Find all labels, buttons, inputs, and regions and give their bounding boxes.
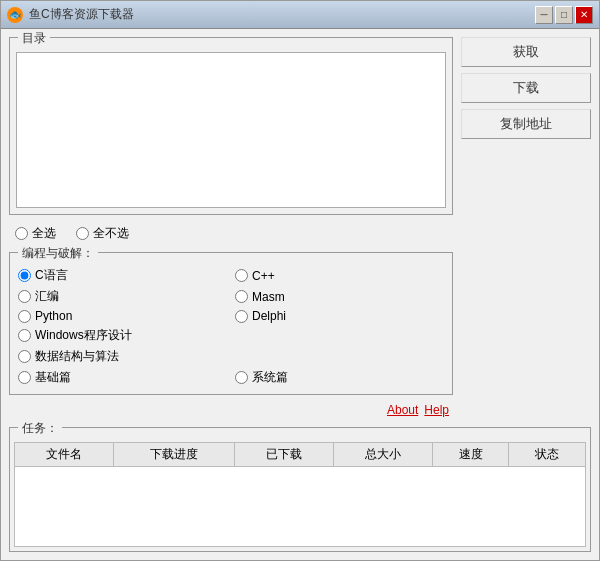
data-structure-label: 数据结构与算法: [35, 348, 119, 365]
minimize-button[interactable]: ─: [535, 6, 553, 24]
masm-option[interactable]: Masm: [235, 288, 444, 305]
content-area: 目录 全选 全不选 编程与破解：: [1, 29, 599, 427]
cpp-label: C++: [252, 269, 275, 283]
encoding-group: 编程与破解： C语言 C++ 汇编: [9, 252, 453, 395]
windows-option[interactable]: Windows程序设计: [18, 327, 444, 344]
close-button[interactable]: ✕: [575, 6, 593, 24]
catalog-label: 目录: [18, 30, 50, 47]
task-area: 任务： 文件名 下载进度 已下载 总大小 速度 状态: [1, 427, 599, 560]
task-empty-cell: [15, 467, 586, 547]
asm-radio[interactable]: [18, 290, 31, 303]
links-row: About Help: [9, 401, 453, 419]
data-structure-radio[interactable]: [18, 350, 31, 363]
deselect-all-text: 全不选: [93, 225, 129, 242]
windows-radio[interactable]: [18, 329, 31, 342]
col-speed: 速度: [432, 443, 509, 467]
c-option[interactable]: C语言: [18, 267, 227, 284]
left-panel: 目录 全选 全不选 编程与破解：: [9, 37, 453, 419]
encoding-label: 编程与破解：: [18, 245, 98, 262]
col-total-size: 总大小: [334, 443, 433, 467]
select-all-text: 全选: [32, 225, 56, 242]
system-radio[interactable]: [235, 371, 248, 384]
data-structure-option[interactable]: 数据结构与算法: [18, 348, 444, 365]
windows-label: Windows程序设计: [35, 327, 132, 344]
right-panel: 获取 下载 复制地址: [461, 37, 591, 419]
select-row: 全选 全不选: [9, 221, 453, 246]
basic-label: 基础篇: [35, 369, 71, 386]
window-title: 鱼C博客资源下载器: [29, 6, 535, 23]
deselect-all-label[interactable]: 全不选: [76, 225, 129, 242]
catalog-list[interactable]: [16, 52, 446, 208]
main-window: 🐟 鱼C博客资源下载器 ─ □ ✕ 目录 全选 全: [0, 0, 600, 561]
select-all-label[interactable]: 全选: [15, 225, 56, 242]
c-radio[interactable]: [18, 269, 31, 282]
app-icon: 🐟: [7, 7, 23, 23]
python-option[interactable]: Python: [18, 309, 227, 323]
copy-url-button[interactable]: 复制地址: [461, 109, 591, 139]
task-table-header: 文件名 下载进度 已下载 总大小 速度 状态: [15, 443, 586, 467]
system-label: 系统篇: [252, 369, 288, 386]
fetch-button[interactable]: 获取: [461, 37, 591, 67]
col-downloaded: 已下载: [235, 443, 334, 467]
title-bar: 🐟 鱼C博客资源下载器 ─ □ ✕: [1, 1, 599, 29]
basic-radio[interactable]: [18, 371, 31, 384]
c-label: C语言: [35, 267, 68, 284]
select-all-radio[interactable]: [15, 227, 28, 240]
task-table: 文件名 下载进度 已下载 总大小 速度 状态: [14, 442, 586, 547]
download-button[interactable]: 下载: [461, 73, 591, 103]
delphi-radio[interactable]: [235, 310, 248, 323]
cpp-option[interactable]: C++: [235, 267, 444, 284]
asm-option[interactable]: 汇编: [18, 288, 227, 305]
python-label: Python: [35, 309, 72, 323]
delphi-option[interactable]: Delphi: [235, 309, 444, 323]
masm-label: Masm: [252, 290, 285, 304]
masm-radio[interactable]: [235, 290, 248, 303]
window-controls: ─ □ ✕: [535, 6, 593, 24]
asm-label: 汇编: [35, 288, 59, 305]
system-option[interactable]: 系统篇: [235, 369, 444, 386]
basic-option[interactable]: 基础篇: [18, 369, 227, 386]
encoding-options: C语言 C++ 汇编 Masm: [18, 267, 444, 386]
delphi-label: Delphi: [252, 309, 286, 323]
task-empty-row: [15, 467, 586, 547]
col-filename: 文件名: [15, 443, 114, 467]
deselect-all-radio[interactable]: [76, 227, 89, 240]
catalog-group: 目录: [9, 37, 453, 215]
task-group: 任务： 文件名 下载进度 已下载 总大小 速度 状态: [9, 427, 591, 552]
col-status: 状态: [509, 443, 586, 467]
col-progress: 下载进度: [113, 443, 234, 467]
python-radio[interactable]: [18, 310, 31, 323]
help-link[interactable]: Help: [424, 403, 449, 417]
cpp-radio[interactable]: [235, 269, 248, 282]
maximize-button[interactable]: □: [555, 6, 573, 24]
task-label: 任务：: [18, 420, 62, 437]
about-link[interactable]: About: [387, 403, 418, 417]
